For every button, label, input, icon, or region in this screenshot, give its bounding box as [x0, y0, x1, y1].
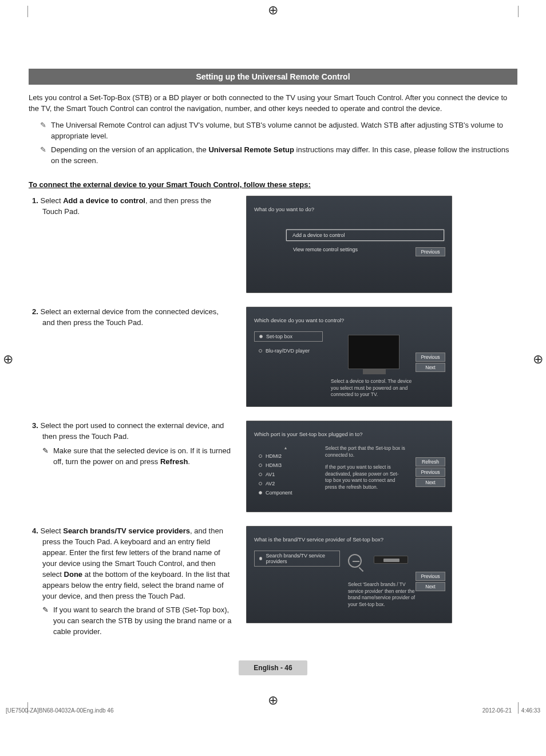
radio-icon [259, 491, 262, 494]
step-4-text: 4. Select Search brands/TV service provi… [42, 526, 232, 601]
radio-icon [259, 482, 262, 485]
page-content: Setting up the Universal Remote Control … [0, 0, 546, 707]
note-icon: ✎ [42, 605, 49, 638]
step-1-text: 1. Select Add a device to control, and t… [42, 196, 232, 217]
screen-3-helper-2: If the port you want to select is deacti… [325, 464, 405, 490]
registration-mark-left: ⊕ [3, 352, 13, 367]
screen-4-title: What is the brand/TV service provider of… [254, 536, 444, 543]
note-2: ✎ Depending on the version of an applica… [40, 145, 517, 167]
opt-search-brands[interactable]: Search brands/TV service providers [254, 551, 340, 567]
step-3: 3. Select the port used to connect the e… [32, 421, 517, 512]
refresh-button[interactable]: Refresh [416, 457, 445, 466]
previous-button[interactable]: Previous [416, 468, 445, 477]
radio-icon [259, 349, 262, 353]
next-button[interactable]: Next [416, 478, 445, 487]
screen-2: Which device do you want to control? Set… [246, 307, 452, 407]
screen-2-title: Which device do you want to control? [254, 317, 444, 323]
note-text: Depending on the version of an applicati… [51, 145, 517, 167]
registration-mark-right: ⊕ [533, 352, 543, 367]
screen-4-helper: Select 'Search brands / TV service provi… [348, 581, 417, 608]
page-number-badge: English - 46 [239, 660, 307, 675]
previous-button[interactable]: Previous [416, 353, 445, 362]
step-4: 4. Select Search brands/TV service provi… [32, 526, 517, 637]
note-text: The Universal Remote Control can adjust … [51, 120, 517, 142]
note-icon: ✎ [42, 446, 49, 468]
opt-bluray[interactable]: Blu-ray/DVD player [254, 346, 323, 355]
screen-4: What is the brand/TV service provider of… [246, 526, 452, 623]
screen-1-title: What do you want to do? [254, 206, 444, 212]
port-av2[interactable]: AV2 [254, 479, 317, 488]
screen-3: Which port is your Set-top box plugged i… [246, 421, 452, 512]
screen-2-helper: Select a device to control. The device y… [331, 378, 417, 398]
step-1: 1. Select Add a device to control, and t… [32, 196, 517, 293]
port-hdmi2[interactable]: HDMI2 [254, 452, 317, 461]
previous-button[interactable]: Previous [416, 247, 445, 256]
radio-icon [259, 557, 262, 560]
note-icon: ✎ [40, 145, 46, 167]
registration-mark-top: ⊕ [268, 3, 278, 18]
intro-paragraph: Lets you control a Set-Top-Box (STB) or … [29, 93, 517, 114]
port-hdmi3[interactable]: HDMI3 [254, 461, 317, 470]
radio-icon [259, 473, 262, 476]
crop-mark-bottom [27, 702, 519, 714]
opt-set-top-box[interactable]: Set-top box [254, 331, 323, 342]
tv-illustration [348, 335, 399, 369]
step-2-text: 2. Select an external device from the co… [42, 307, 232, 328]
port-av1[interactable]: AV1 [254, 470, 317, 479]
radio-icon [259, 454, 262, 458]
steps-subheading: To connect the external device to your S… [29, 180, 517, 189]
magnify-icon [348, 554, 362, 568]
radio-icon [259, 464, 262, 467]
step-3-text: 3. Select the port used to connect the e… [42, 421, 232, 442]
stb-illustration [374, 556, 408, 564]
step-3-note: ✎ Make sure that the selected device is … [42, 446, 232, 468]
step-2: 2. Select an external device from the co… [32, 307, 517, 407]
screen-3-helper-1: Select the port that the Set-top box is … [325, 445, 405, 458]
note-1: ✎ The Universal Remote Control can adjus… [40, 120, 517, 142]
previous-button[interactable]: Previous [416, 572, 445, 581]
radio-icon [259, 335, 263, 338]
step-4-note: ✎ If you want to search the brand of STB… [42, 605, 232, 638]
scroll-up-icon[interactable]: ▴ [254, 445, 317, 450]
screen-1: What do you want to do? Add a device to … [246, 196, 452, 293]
section-heading: Setting up the Universal Remote Control [29, 69, 517, 85]
next-button[interactable]: Next [416, 582, 445, 591]
port-component[interactable]: Component [254, 488, 317, 497]
opt-add-device[interactable]: Add a device to control [286, 229, 444, 241]
next-button[interactable]: Next [416, 363, 445, 372]
screen-3-title: Which port is your Set-top box plugged i… [254, 431, 444, 437]
note-icon: ✎ [40, 120, 46, 142]
